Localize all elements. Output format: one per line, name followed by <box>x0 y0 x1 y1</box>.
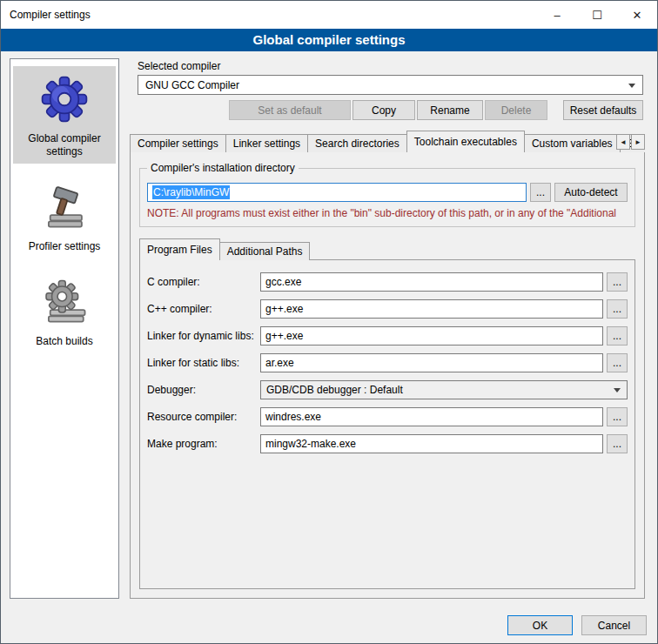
selected-compiler-dropdown[interactable]: GNU GCC Compiler <box>138 75 643 95</box>
debugger-value: GDB/CDB debugger : Default <box>266 384 403 396</box>
make-program-input[interactable]: mingw32-make.exe <box>260 434 603 453</box>
page-title: Global compiler settings <box>1 29 657 51</box>
field-label: Linker for dynamic libs: <box>147 330 260 342</box>
selected-compiler-label: Selected compiler <box>138 60 645 72</box>
make-program-browse-button[interactable]: ... <box>607 434 628 453</box>
sidebar-item-label: Batch builds <box>36 335 92 348</box>
subtab-additional-paths[interactable]: Additional Paths <box>219 242 311 260</box>
field-label: Linker for static libs: <box>147 357 260 369</box>
field-row-make-program: Make program: mingw32-make.exe ... <box>147 434 628 453</box>
installation-directory-groupbox: Compiler's installation directory C:\ray… <box>139 168 635 227</box>
field-row-static-linker: Linker for static libs: ar.exe ... <box>147 353 628 372</box>
sidebar-item-label: Profiler settings <box>29 240 101 253</box>
selected-compiler-value: GNU GCC Compiler <box>145 79 239 91</box>
resource-compiler-browse-button[interactable]: ... <box>607 407 628 426</box>
installation-directory-browse-button[interactable]: ... <box>530 183 551 202</box>
set-as-default-button: Set as default <box>229 100 351 120</box>
debugger-dropdown[interactable]: GDB/CDB debugger : Default <box>260 380 628 399</box>
close-button[interactable]: ✕ <box>617 2 657 29</box>
rename-button[interactable]: Rename <box>417 100 483 120</box>
dynamic-linker-input[interactable]: g++.exe <box>260 326 603 345</box>
dialog-footer: OK Cancel <box>1 607 657 643</box>
ok-button[interactable]: OK <box>507 615 573 635</box>
window-title: Compiler settings <box>1 9 537 21</box>
field-label: Debugger: <box>147 384 260 396</box>
sidebar-item-global-compiler-settings[interactable]: Global compiler settings <box>13 66 116 164</box>
bin-subdirectory-note: NOTE: All programs must exist either in … <box>147 207 628 219</box>
chevron-down-icon <box>614 388 621 392</box>
maximize-button[interactable]: ☐ <box>577 2 617 29</box>
tab-custom-variables[interactable]: Custom variables <box>524 134 621 152</box>
field-row-cpp-compiler: C++ compiler: g++.exe ... <box>147 299 628 319</box>
static-linker-browse-button[interactable]: ... <box>607 353 628 372</box>
static-linker-input[interactable]: ar.exe <box>260 353 603 372</box>
delete-button: Delete <box>485 100 547 120</box>
reset-defaults-button[interactable]: Reset defaults <box>563 100 643 120</box>
c-compiler-browse-button[interactable]: ... <box>607 272 628 292</box>
auto-detect-button[interactable]: Auto-detect <box>554 183 628 202</box>
field-label: Make program: <box>147 438 260 450</box>
field-row-dynamic-linker: Linker for dynamic libs: g++.exe ... <box>147 326 628 345</box>
installation-directory-value: C:\raylib\MinGW <box>152 185 230 199</box>
installation-directory-input[interactable]: C:\raylib\MinGW <box>147 183 527 202</box>
main-panel: Selected compiler GNU GCC Compiler Set a… <box>130 58 645 599</box>
tab-scroll-right-icon[interactable]: ► <box>631 134 645 150</box>
settings-tabstrip: Compiler settings Linker settings Search… <box>130 131 645 152</box>
cpp-compiler-browse-button[interactable]: ... <box>607 299 628 319</box>
field-label: C compiler: <box>147 276 260 288</box>
profiler-tool-icon <box>37 179 92 235</box>
gray-gear-stack-icon <box>37 274 92 330</box>
cpp-compiler-input[interactable]: g++.exe <box>260 299 603 319</box>
field-row-resource-compiler: Resource compiler: windres.exe ... <box>147 407 628 426</box>
field-label: Resource compiler: <box>147 411 260 423</box>
chevron-down-icon <box>628 84 635 88</box>
blue-gear-icon <box>37 71 92 127</box>
installation-directory-label: Compiler's installation directory <box>147 162 299 174</box>
minimize-button[interactable]: – <box>537 2 577 29</box>
tab-compiler-settings[interactable]: Compiler settings <box>130 134 226 152</box>
dynamic-linker-browse-button[interactable]: ... <box>607 326 628 345</box>
tab-linker-settings[interactable]: Linker settings <box>225 134 308 152</box>
sidebar-item-profiler-settings[interactable]: Profiler settings <box>13 174 116 258</box>
compiler-settings-window: Compiler settings – ☐ ✕ Global compiler … <box>0 0 658 644</box>
close-icon: ✕ <box>633 9 642 22</box>
copy-button[interactable]: Copy <box>352 100 415 120</box>
tab-scroll-arrows: ◄ ► <box>615 134 645 150</box>
compiler-actions: Set as default Copy Rename Delete Reset … <box>138 100 643 120</box>
field-row-debugger: Debugger: GDB/CDB debugger : Default <box>147 380 628 399</box>
titlebar[interactable]: Compiler settings – ☐ ✕ <box>1 1 657 29</box>
program-files-panel: C compiler: gcc.exe ... C++ compiler: g+… <box>139 259 635 589</box>
tab-search-directories[interactable]: Search directories <box>307 134 407 152</box>
toolchain-executables-panel: Compiler's installation directory C:\ray… <box>130 151 645 599</box>
program-files-tabstrip: Program Files Additional Paths <box>139 239 635 260</box>
cancel-button[interactable]: Cancel <box>581 615 647 635</box>
subtab-program-files[interactable]: Program Files <box>139 238 220 260</box>
resource-compiler-input[interactable]: windres.exe <box>260 407 603 426</box>
field-row-c-compiler: C compiler: gcc.exe ... <box>147 272 628 292</box>
field-label: C++ compiler: <box>147 303 260 315</box>
maximize-icon: ☐ <box>592 9 602 22</box>
tab-scroll-left-icon[interactable]: ◄ <box>616 134 630 150</box>
settings-category-list: Global compiler settings <box>10 58 119 599</box>
minimize-icon: – <box>554 9 560 22</box>
sidebar-item-batch-builds[interactable]: Batch builds <box>13 269 116 353</box>
sidebar-item-label: Global compiler settings <box>15 132 114 158</box>
tab-toolchain-executables[interactable]: Toolchain executables <box>406 131 525 152</box>
c-compiler-input[interactable]: gcc.exe <box>260 272 603 292</box>
